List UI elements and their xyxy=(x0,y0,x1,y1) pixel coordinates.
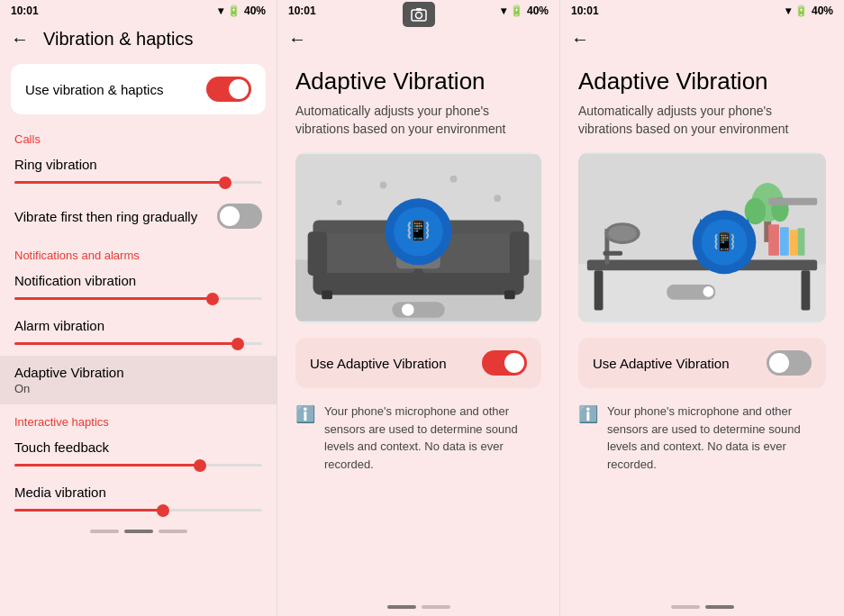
adaptive-vibration-item[interactable]: Adaptive Vibration On xyxy=(0,356,277,404)
back-button-p3[interactable]: ← xyxy=(571,29,589,50)
touch-feedback-label: Touch feedback xyxy=(14,439,262,455)
notification-vibration-thumb[interactable] xyxy=(206,293,219,305)
use-vibration-label: Use vibration & haptics xyxy=(25,82,163,97)
ring-vibration-item: Ring vibration xyxy=(0,149,277,195)
screenshot-icon xyxy=(411,7,427,22)
info-section-p2: ℹ️ Your phone's microphone and other sen… xyxy=(295,403,541,473)
svg-point-1 xyxy=(415,13,422,19)
page-title: Vibration & haptics xyxy=(43,29,193,50)
ring-vibration-thumb[interactable] xyxy=(219,177,231,189)
sofa-scene-svg: 📳 xyxy=(295,152,541,323)
touch-feedback-fill xyxy=(14,464,200,467)
vibrate-first-item[interactable]: Vibrate first then ring gradually xyxy=(0,195,277,238)
status-icons: ▾ 🔋 40% xyxy=(218,5,266,17)
notifications-section-header: Notifications and alarms xyxy=(0,238,277,266)
battery-percent-p3: 40% xyxy=(812,5,833,17)
media-vibration-track[interactable] xyxy=(14,509,262,512)
nav-dot-2 xyxy=(124,530,153,533)
battery-icon-p2: 🔋 xyxy=(510,5,523,17)
svg-rect-46 xyxy=(802,271,811,311)
info-text-p2: Your phone's microphone and other sensor… xyxy=(324,403,541,473)
ring-vibration-label: Ring vibration xyxy=(14,157,262,172)
use-vibration-toggle[interactable] xyxy=(206,77,251,102)
touch-feedback-thumb[interactable] xyxy=(194,459,206,472)
svg-text:📳: 📳 xyxy=(406,219,431,242)
wifi-icon: ▾ xyxy=(218,5,223,17)
nav-dot-p2-1 xyxy=(387,605,416,609)
touch-feedback-slider-row[interactable] xyxy=(14,460,262,470)
detail-desc-p3: Automatically adjusts your phone's vibra… xyxy=(578,103,826,138)
back-bar-p3: ← xyxy=(560,22,844,57)
back-button[interactable]: ← xyxy=(11,29,29,50)
use-adaptive-toggle-p3[interactable] xyxy=(767,350,812,376)
svg-rect-2 xyxy=(416,8,422,11)
adaptive-vibration-label: Adaptive Vibration xyxy=(14,365,262,380)
detail-title-p3: Adaptive Vibration xyxy=(578,68,826,95)
svg-rect-19 xyxy=(392,302,445,318)
svg-rect-48 xyxy=(604,251,623,256)
wifi-icon-p3: ▾ xyxy=(785,5,791,17)
svg-rect-45 xyxy=(594,271,604,311)
svg-rect-17 xyxy=(510,231,529,276)
alarm-vibration-slider-row[interactable] xyxy=(14,339,262,349)
nav-dot-p3-1 xyxy=(671,605,700,609)
detail-title-p2: Adaptive Vibration xyxy=(295,68,541,95)
status-time-p3: 10:01 xyxy=(571,5,599,17)
nav-dot-p3-2 xyxy=(705,605,734,609)
use-adaptive-label-p3: Use Adaptive Vibration xyxy=(593,356,730,371)
alarm-vibration-item: Alarm vibration xyxy=(0,311,277,356)
screenshot-button[interactable] xyxy=(403,2,435,27)
alarm-vibration-thumb[interactable] xyxy=(231,338,244,350)
alarm-vibration-track[interactable] xyxy=(14,342,262,345)
info-text-p3: Your phone's microphone and other sensor… xyxy=(607,403,826,473)
use-adaptive-toggle-p2[interactable] xyxy=(482,350,527,376)
use-adaptive-card-p2[interactable]: Use Adaptive Vibration xyxy=(295,338,541,388)
info-icon-p3: ℹ️ xyxy=(578,404,598,424)
notification-vibration-fill xyxy=(14,297,213,300)
notification-vibration-slider-row[interactable] xyxy=(14,294,262,303)
svg-point-63 xyxy=(703,286,713,297)
alarm-vibration-fill xyxy=(14,342,238,345)
nav-dot-3 xyxy=(159,530,187,533)
adaptive-detail-panel-enabled: 10:01 ▾ 🔋 40% ← Adaptive Vibration Autom… xyxy=(277,0,560,616)
adaptive-detail-panel-disabled: 10:01 ▾ 🔋 40% ← Adaptive Vibration Autom… xyxy=(560,0,844,616)
svg-point-8 xyxy=(337,200,342,205)
svg-rect-14 xyxy=(322,291,332,300)
svg-rect-40 xyxy=(768,224,779,255)
media-vibration-slider-row[interactable] xyxy=(14,505,262,515)
ring-vibration-slider-row[interactable] xyxy=(14,177,262,187)
svg-point-20 xyxy=(402,303,414,316)
interactive-haptics-header: Interactive haptics xyxy=(0,404,277,432)
navigation-dots-p3 xyxy=(560,598,844,616)
svg-point-6 xyxy=(450,176,458,183)
touch-feedback-track[interactable] xyxy=(14,464,262,467)
alarm-vibration-label: Alarm vibration xyxy=(14,318,262,333)
desk-scene-svg: 📳 xyxy=(578,152,826,323)
touch-feedback-item: Touch feedback xyxy=(0,432,277,477)
detail-desc-p2: Automatically adjusts your phone's vibra… xyxy=(295,103,541,138)
ring-vibration-fill xyxy=(14,181,225,184)
svg-rect-15 xyxy=(504,291,515,300)
nav-dot-p2-2 xyxy=(422,605,450,609)
wifi-icon-p2: ▾ xyxy=(501,5,506,17)
status-bar: 10:01 ▾ 🔋 40% xyxy=(0,0,277,22)
notification-vibration-item: Notification vibration xyxy=(0,266,277,311)
use-adaptive-card-p3[interactable]: Use Adaptive Vibration xyxy=(578,338,826,388)
use-vibration-card[interactable]: Use vibration & haptics xyxy=(11,64,266,114)
svg-rect-41 xyxy=(780,227,789,255)
battery-icon-p3: 🔋 xyxy=(794,5,808,17)
notification-vibration-track[interactable] xyxy=(14,297,262,300)
detail-content-p3: Adaptive Vibration Automatically adjusts… xyxy=(560,57,844,598)
status-time-p2: 10:01 xyxy=(288,5,316,17)
vibrate-first-toggle[interactable] xyxy=(217,204,262,229)
svg-text:📳: 📳 xyxy=(713,231,736,252)
svg-rect-42 xyxy=(790,230,798,255)
back-button-p2[interactable]: ← xyxy=(288,29,306,50)
battery-percent-p2: 40% xyxy=(527,5,549,17)
ring-vibration-track[interactable] xyxy=(14,181,262,184)
svg-rect-39 xyxy=(768,198,817,205)
status-icons-p2: ▾ 🔋 40% xyxy=(501,5,549,17)
svg-rect-16 xyxy=(308,231,327,276)
media-vibration-thumb[interactable] xyxy=(157,504,169,517)
back-bar: ← Vibration & haptics xyxy=(0,22,277,57)
